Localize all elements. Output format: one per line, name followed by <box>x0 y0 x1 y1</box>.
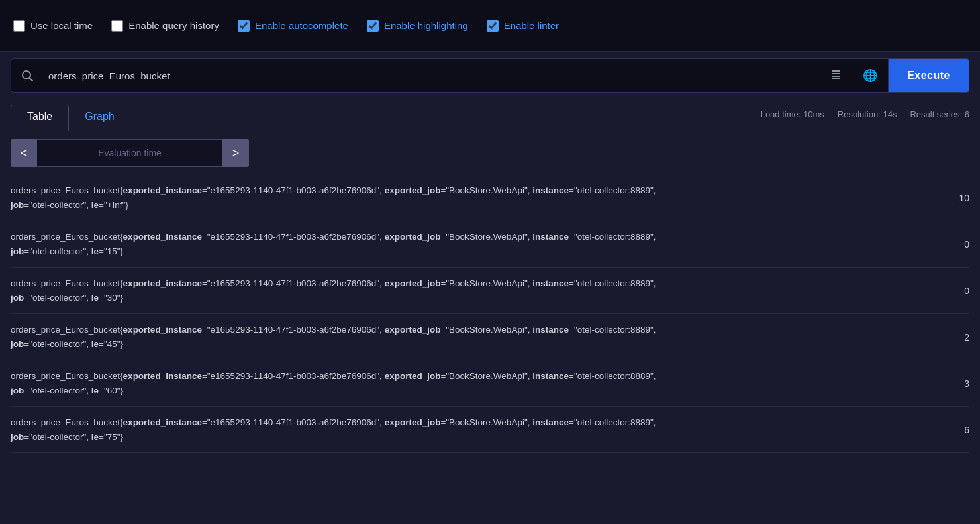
tab-bar: Table Graph Load time: 10ms Resolution: … <box>0 99 980 131</box>
results-table: orders_price_Euros_bucket{exported_insta… <box>0 175 980 453</box>
table-row: orders_price_Euros_bucket{exported_insta… <box>11 407 969 453</box>
table-row: orders_price_Euros_bucket{exported_insta… <box>11 360 969 407</box>
result-value: 3 <box>943 378 969 389</box>
enable-query-history-checkbox[interactable]: Enable query history <box>111 20 219 32</box>
execute-button[interactable]: Execute <box>889 59 969 92</box>
load-time: Load time: 10ms <box>761 109 824 119</box>
result-metric: orders_price_Euros_bucket{exported_insta… <box>11 369 943 397</box>
result-value: 10 <box>943 193 969 203</box>
result-meta: Load time: 10ms Resolution: 14s Result s… <box>761 109 969 126</box>
table-row: orders_price_Euros_bucket{exported_insta… <box>11 268 969 314</box>
globe-button[interactable]: 🌐 <box>852 59 889 92</box>
enable-linter-label: Enable linter <box>504 20 559 31</box>
enable-linter-checkbox[interactable]: Enable linter <box>487 20 559 32</box>
table-row: orders_price_Euros_bucket{exported_insta… <box>11 314 969 360</box>
result-metric: orders_price_Euros_bucket{exported_insta… <box>11 415 943 444</box>
enable-linter-input[interactable] <box>487 20 499 32</box>
tab-group: Table Graph <box>11 105 130 131</box>
result-metric: orders_price_Euros_bucket{exported_insta… <box>11 183 943 212</box>
result-value: 0 <box>943 286 969 296</box>
use-local-time-input[interactable] <box>13 20 25 32</box>
result-metric: orders_price_Euros_bucket{exported_insta… <box>11 230 943 258</box>
search-icon <box>11 69 43 82</box>
result-value: 6 <box>943 425 969 435</box>
enable-query-history-input[interactable] <box>111 20 123 32</box>
enable-autocomplete-checkbox[interactable]: Enable autocomplete <box>238 20 348 32</box>
enable-autocomplete-input[interactable] <box>238 20 250 32</box>
use-local-time-checkbox[interactable]: Use local time <box>13 20 93 32</box>
eval-prev-button[interactable]: < <box>11 139 37 167</box>
format-button[interactable]: ≣ <box>820 59 852 92</box>
enable-highlighting-label: Enable highlighting <box>384 20 468 31</box>
search-action-group: ≣ 🌐 Execute <box>820 59 969 92</box>
enable-autocomplete-label: Enable autocomplete <box>255 20 348 31</box>
format-icon: ≣ <box>831 68 841 83</box>
result-value: 2 <box>943 332 969 342</box>
result-metric: orders_price_Euros_bucket{exported_insta… <box>11 323 943 351</box>
resolution: Resolution: 14s <box>838 109 897 119</box>
result-series: Result series: 6 <box>910 109 969 119</box>
result-metric: orders_price_Euros_bucket{exported_insta… <box>11 276 943 305</box>
enable-query-history-label: Enable query history <box>128 20 219 31</box>
search-input[interactable] <box>43 70 820 81</box>
svg-line-1 <box>30 78 33 81</box>
tab-table[interactable]: Table <box>11 105 69 131</box>
tab-graph[interactable]: Graph <box>69 105 130 131</box>
search-bar: ≣ 🌐 Execute <box>11 58 969 93</box>
globe-icon: 🌐 <box>863 68 877 83</box>
eval-next-button[interactable]: > <box>222 139 249 167</box>
use-local-time-label: Use local time <box>30 20 93 31</box>
enable-highlighting-checkbox[interactable]: Enable highlighting <box>367 20 468 32</box>
result-value: 0 <box>943 239 969 250</box>
table-row: orders_price_Euros_bucket{exported_insta… <box>11 175 969 221</box>
eval-row: < Evaluation time > <box>0 131 980 175</box>
toolbar: Use local time Enable query history Enab… <box>0 0 980 52</box>
enable-highlighting-input[interactable] <box>367 20 379 32</box>
eval-time-input: Evaluation time <box>37 139 222 167</box>
table-row: orders_price_Euros_bucket{exported_insta… <box>11 221 969 268</box>
